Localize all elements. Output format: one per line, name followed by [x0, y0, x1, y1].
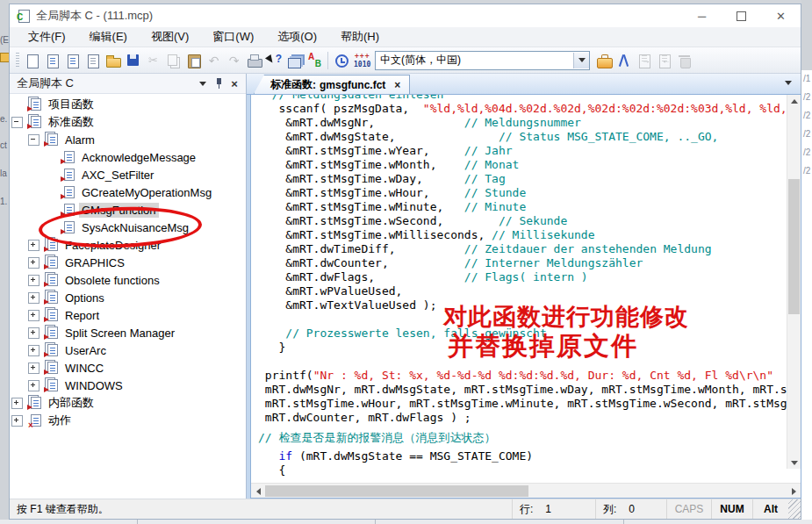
code-line: // 检查是否是新的报警消息（消息到达状态） [258, 431, 787, 447]
language-combo-dropdown[interactable] [573, 53, 589, 68]
tab-list-dropdown-icon[interactable] [785, 81, 792, 85]
expander-plus-icon[interactable] [28, 380, 40, 391]
horizontal-scrollbar[interactable] [251, 483, 801, 498]
tree-item-内部函数[interactable]: 内部函数 [10, 394, 246, 412]
redo-icon[interactable] [224, 51, 244, 70]
expander-plus-icon[interactable] [28, 275, 40, 286]
tree-item-gcreatemyoperationmsg[interactable]: GCreateMyOperationMsg [10, 183, 246, 201]
scroll-up-icon[interactable] [787, 95, 801, 107]
minimize-button[interactable]: ─ [682, 4, 722, 27]
tree-item-windows[interactable]: WINDOWS [10, 377, 246, 394]
tree-item-userarc[interactable]: UserArc [10, 341, 246, 359]
expander-plus-icon[interactable] [11, 415, 23, 427]
menu-options[interactable]: 选项(O) [269, 27, 325, 47]
tab-group-label: 标准函数 [270, 77, 313, 92]
panel-menu-button[interactable] [195, 76, 211, 90]
expander-plus-icon[interactable] [28, 257, 40, 269]
category-icon [44, 238, 59, 252]
code-line: &mRT.stMsgTime.wMinute, // Minute [258, 200, 787, 214]
tab-gmsgfunc[interactable]: 标准函数 : gmsgfunc.fct × [254, 75, 410, 94]
paste-icon[interactable] [183, 51, 204, 70]
folder-fragment-icon [0, 53, 9, 62]
code-line: &mRT.dwMsgNr, // Meldungsnummer [258, 116, 787, 130]
vertical-scroll-thumb[interactable] [788, 179, 800, 314]
tab-close-icon[interactable]: × [394, 79, 400, 91]
resize-grip[interactable] [788, 499, 801, 519]
scroll-left-icon[interactable] [251, 485, 265, 498]
function-icon [61, 185, 75, 199]
language-combo[interactable]: 中文(简体，中国) [375, 51, 590, 70]
export-icon[interactable] [654, 51, 674, 70]
tree-item-split-screen-manager[interactable]: Split Screen Manager [10, 324, 246, 341]
expander-minus-icon[interactable] [28, 134, 40, 146]
delete-actions-icon[interactable] [674, 51, 694, 70]
open-icon[interactable] [103, 51, 123, 70]
function-icon [61, 203, 75, 217]
tree-item-obsolete-functions[interactable]: Obsolete functions [10, 271, 246, 289]
expander-plus-icon[interactable] [28, 362, 40, 374]
syntax-colors-icon[interactable] [305, 51, 325, 70]
tree-item-gmsgfunction[interactable]: GMsgFunction [10, 201, 246, 219]
print-icon[interactable] [244, 51, 264, 70]
tree-item-wincc[interactable]: WINCC [10, 359, 246, 377]
panel-close-button[interactable]: × [226, 76, 242, 90]
edit-tool-icon[interactable] [614, 51, 634, 70]
save-icon[interactable] [123, 51, 143, 70]
category-icon [27, 115, 42, 129]
category-icon [44, 343, 59, 357]
tree-item-report[interactable]: Report [10, 306, 246, 324]
help-icon[interactable] [264, 51, 284, 70]
project-icon[interactable] [593, 51, 614, 70]
expander-plus-icon[interactable] [28, 327, 40, 339]
new-standard-function-icon[interactable] [62, 51, 83, 70]
scroll-right-icon[interactable] [787, 485, 801, 498]
expander-plus-icon[interactable] [11, 398, 23, 409]
tree-item-alarm[interactable]: Alarm [10, 131, 246, 148]
panel-header: 全局脚本 C × [10, 74, 246, 94]
expander-minus-icon[interactable] [11, 117, 23, 128]
menu-view[interactable]: 视图(V) [143, 27, 197, 47]
window-title: 全局脚本 C - (111.mcp) [36, 8, 153, 24]
runtime-clock-icon[interactable] [331, 51, 351, 70]
expander-plus-icon[interactable] [28, 345, 40, 356]
tree-item-graphics[interactable]: GRAPHICS [10, 254, 246, 271]
close-button[interactable]: ✕ [761, 4, 801, 27]
tree-item-动作[interactable]: 动作 [10, 412, 246, 429]
compile-icon[interactable] [284, 51, 305, 70]
tree-item-标准函数[interactable]: 标准函数 [10, 113, 246, 131]
tree-item-sysacknuisancemsg[interactable]: SysAckNuisanceMsg [10, 219, 246, 236]
menu-file[interactable]: 文件(F) [20, 27, 74, 47]
menu-window[interactable]: 窗口(W) [205, 27, 262, 47]
code-editor[interactable]: // Meldungsdaten einlesen sscanf( pszMsg… [251, 95, 787, 484]
copy-icon[interactable] [163, 51, 183, 70]
tree-item-label: SysAckNuisanceMsg [79, 220, 191, 235]
tree-item-axc_setfilter[interactable]: AXC_SetFilter [10, 166, 246, 183]
maximize-button[interactable] [722, 4, 761, 27]
new-action-icon[interactable] [83, 51, 103, 70]
cut-icon[interactable] [143, 51, 163, 70]
expander-plus-icon[interactable] [28, 240, 40, 251]
menu-edit[interactable]: 编辑(E) [82, 27, 135, 47]
code-line: &mRT.stMsgTime.wHour, // Stunde [258, 186, 787, 200]
expander-plus-icon[interactable] [28, 310, 40, 321]
tree-item-acknowledgemessage[interactable]: AcknowledgeMessage [10, 148, 246, 166]
tree-item-label: GRAPHICS [62, 255, 127, 270]
vertical-scrollbar[interactable] [787, 95, 801, 469]
maximize-icon [737, 11, 746, 21]
import-icon[interactable] [634, 51, 654, 70]
tree-item-faceplatedesigner[interactable]: FaceplateDesigner [10, 236, 246, 254]
binary-values-icon[interactable] [351, 51, 371, 70]
category-icon [44, 291, 59, 305]
tree-item-项目函数[interactable]: 项目函数 [10, 96, 246, 113]
scroll-down-icon[interactable] [787, 456, 801, 469]
toolbar-grip[interactable] [16, 53, 19, 68]
annotation-text-2: 并替换掉原文件 [448, 329, 638, 364]
menu-help[interactable]: 帮助(H) [333, 27, 387, 47]
new-project-function-icon[interactable] [42, 51, 62, 70]
horizontal-scroll-thumb[interactable] [265, 485, 528, 497]
expander-plus-icon[interactable] [28, 292, 40, 304]
pin-icon[interactable] [211, 76, 226, 90]
tree-item-options[interactable]: Options [10, 289, 246, 306]
undo-icon[interactable] [204, 51, 224, 70]
new-file-icon[interactable] [22, 51, 42, 70]
